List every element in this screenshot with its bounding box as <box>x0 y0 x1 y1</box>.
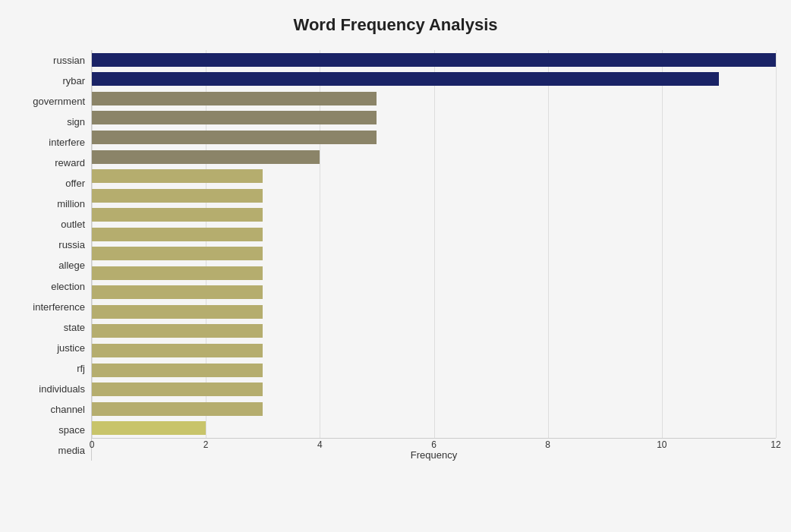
bar-russia <box>92 228 263 241</box>
bar-row-sign <box>92 109 776 126</box>
x-tick-8: 8 <box>545 439 550 450</box>
bar-state <box>92 305 263 319</box>
y-labels: russianrybargovernmentsigninterfererewar… <box>15 50 91 461</box>
bar-row-individuals <box>92 362 776 379</box>
bar-row-government <box>92 90 776 107</box>
x-tick-6: 6 <box>431 439 436 450</box>
bar-rybar <box>92 72 719 86</box>
bars-container <box>92 50 776 438</box>
bar-row-state <box>92 304 776 320</box>
y-label-russia: russia <box>58 240 85 250</box>
plot-area: 024681012 Frequency <box>91 50 776 461</box>
bar-row-offer <box>92 168 776 184</box>
bar-row-interfere <box>92 129 776 146</box>
bar-channel <box>92 382 263 396</box>
y-label-rfj: rfj <box>77 364 85 373</box>
x-tick-12: 12 <box>771 439 780 450</box>
bar-row-media <box>92 420 776 436</box>
bar-row-reward <box>92 149 776 165</box>
bar-row-allege <box>92 245 776 262</box>
bar-row-million <box>92 187 776 204</box>
y-label-million: million <box>57 199 85 209</box>
chart-container: Word Frequency Analysis russianrybargove… <box>0 0 791 532</box>
y-label-outlet: outlet <box>61 219 85 229</box>
bar-rfj <box>92 344 263 357</box>
bar-justice <box>92 324 263 338</box>
y-label-interference: interference <box>33 302 85 312</box>
y-label-rybar: rybar <box>62 76 85 86</box>
bar-row-outlet <box>92 206 776 223</box>
y-label-channel: channel <box>50 405 85 414</box>
bar-government <box>92 92 377 105</box>
bar-election <box>92 266 263 280</box>
x-tick-2: 2 <box>203 439 209 450</box>
x-axis-label: Frequency <box>411 449 457 461</box>
y-label-space: space <box>58 425 85 435</box>
bar-offer <box>92 169 263 183</box>
x-tick-4: 4 <box>317 439 323 450</box>
bar-allege <box>92 247 263 260</box>
y-label-sign: sign <box>67 117 85 127</box>
bar-row-justice <box>92 323 776 339</box>
y-label-media: media <box>58 445 85 455</box>
y-label-government: government <box>33 96 85 106</box>
grid-line-12 <box>776 50 777 438</box>
y-label-election: election <box>51 282 85 291</box>
y-label-interfere: interfere <box>49 137 85 147</box>
bar-media <box>92 421 206 435</box>
y-label-reward: reward <box>55 158 85 168</box>
x-tick-0: 0 <box>90 439 95 450</box>
y-label-offer: offer <box>65 178 85 188</box>
bar-reward <box>92 150 320 164</box>
bar-row-election <box>92 265 776 282</box>
bar-outlet <box>92 208 263 222</box>
chart-title: Word Frequency Analysis <box>15 15 776 35</box>
bar-million <box>92 189 263 203</box>
bar-row-rybar <box>92 71 776 87</box>
bar-sign <box>92 111 377 124</box>
bar-row-space <box>92 401 776 417</box>
y-label-allege: allege <box>58 260 85 270</box>
bar-space <box>92 402 263 416</box>
bar-individuals <box>92 364 263 377</box>
y-label-state: state <box>64 323 85 332</box>
bar-interfere <box>92 131 377 144</box>
bar-row-channel <box>92 381 776 398</box>
y-label-justice: justice <box>57 343 85 353</box>
chart-area: russianrybargovernmentsigninterfererewar… <box>15 50 776 461</box>
bar-russian <box>92 53 776 67</box>
bar-row-rfj <box>92 342 776 359</box>
y-label-individuals: individuals <box>39 384 85 394</box>
bar-row-russia <box>92 226 776 243</box>
x-tick-10: 10 <box>657 439 667 450</box>
y-label-russian: russian <box>53 55 85 65</box>
bar-interference <box>92 285 263 299</box>
bar-row-interference <box>92 284 776 301</box>
bar-row-russian <box>92 52 776 68</box>
x-axis: 024681012 Frequency <box>92 438 776 461</box>
